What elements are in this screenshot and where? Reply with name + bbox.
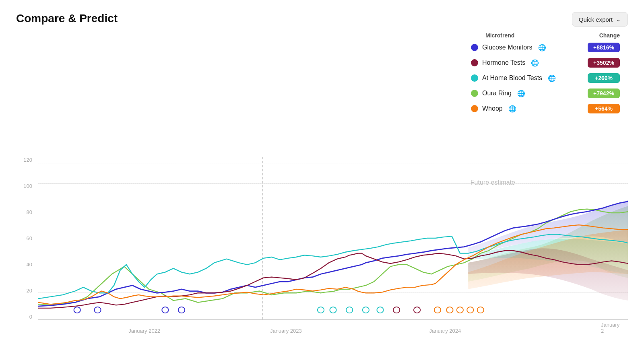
glucose-badge: +8816% [588, 43, 620, 52]
glucose-dot [471, 44, 478, 51]
legend-item-oura: Oura Ring 🌐 +7942% [471, 89, 620, 98]
whoop-marker-4 [467, 307, 473, 313]
whoop-marker-1 [434, 307, 441, 313]
y-label-20: 20 [27, 288, 32, 294]
hormone-badge: +3502% [588, 58, 620, 68]
chart-area: Future estimate [38, 157, 628, 320]
y-axis: 0 20 40 60 80 100 120 [16, 157, 36, 320]
glucose-marker-2 [94, 307, 101, 313]
chart-wrapper: 0 20 40 60 80 100 120 Future e [16, 157, 628, 336]
microtrend-header: Microtrend [485, 32, 514, 39]
blood-dot [471, 74, 478, 82]
hormone-marker-1 [393, 307, 400, 313]
blood-badge: +266% [588, 73, 620, 83]
whoop-label: Whoop [482, 105, 503, 112]
y-label-40: 40 [27, 261, 32, 268]
x-label-2024: January 2024 [429, 328, 461, 334]
chevron-down-icon: ⌄ [616, 16, 621, 23]
y-label-80: 80 [27, 209, 32, 215]
whoop-marker-5 [477, 307, 484, 313]
blood-marker-2 [330, 307, 336, 313]
oura-badge: +7942% [588, 89, 620, 98]
y-label-0: 0 [29, 314, 32, 320]
blood-marker-3 [346, 307, 353, 313]
x-label-jan2: January 2 [601, 322, 619, 334]
glucose-marker-1 [74, 307, 80, 313]
blood-marker-4 [363, 307, 369, 313]
whoop-marker-3 [457, 307, 463, 313]
legend-item-hormone: Hormone Tests 🌐 +3502% [471, 58, 620, 68]
y-label-100: 100 [23, 183, 32, 189]
chart-container: 0 20 40 60 80 100 120 Future e [16, 157, 628, 336]
legend-area: Microtrend Change Glucose Monitors 🌐 +88… [471, 32, 620, 119]
hormone-marker-2 [414, 307, 420, 313]
legend-header: Microtrend Change [471, 32, 620, 39]
blood-globe-icon[interactable]: 🌐 [548, 74, 556, 82]
change-header: Change [599, 32, 620, 39]
quick-export-button[interactable]: Quick export ⌄ [572, 12, 628, 27]
legend-item-glucose: Glucose Monitors 🌐 +8816% [471, 43, 620, 52]
oura-dot [471, 90, 478, 97]
quick-export-label: Quick export [579, 16, 613, 23]
legend-item-whoop: Whoop 🌐 +564% [471, 104, 620, 113]
whoop-badge: +564% [588, 104, 620, 113]
hormone-globe-icon[interactable]: 🌐 [531, 59, 539, 67]
glucose-label: Glucose Monitors [482, 44, 533, 51]
x-label-2023: January 2023 [270, 328, 302, 334]
oura-label: Oura Ring [482, 90, 512, 97]
glucose-globe-icon[interactable]: 🌐 [538, 44, 546, 51]
page-title: Compare & Predict [16, 12, 118, 25]
oura-globe-icon[interactable]: 🌐 [517, 90, 525, 97]
whoop-dot [471, 105, 478, 112]
whoop-globe-icon[interactable]: 🌐 [508, 105, 516, 113]
y-label-60: 60 [27, 235, 32, 241]
hormone-dot [471, 59, 478, 66]
x-axis: January 2022 January 2023 January 2024 J… [38, 320, 628, 336]
glucose-marker-3 [162, 307, 168, 313]
whoop-marker-2 [446, 307, 453, 313]
blood-marker-1 [318, 307, 324, 313]
header-row: Compare & Predict Quick export ⌄ [16, 12, 628, 27]
blood-label: At Home Blood Tests [482, 74, 542, 82]
page-container: Compare & Predict Quick export ⌄ Microtr… [0, 0, 644, 352]
hormone-label: Hormone Tests [482, 59, 525, 66]
blood-marker-5 [377, 307, 383, 313]
chart-svg [38, 157, 628, 319]
y-label-120: 120 [23, 157, 32, 163]
x-label-2022: January 2022 [128, 328, 160, 334]
legend-item-blood: At Home Blood Tests 🌐 +266% [471, 73, 620, 83]
glucose-marker-4 [178, 307, 185, 313]
